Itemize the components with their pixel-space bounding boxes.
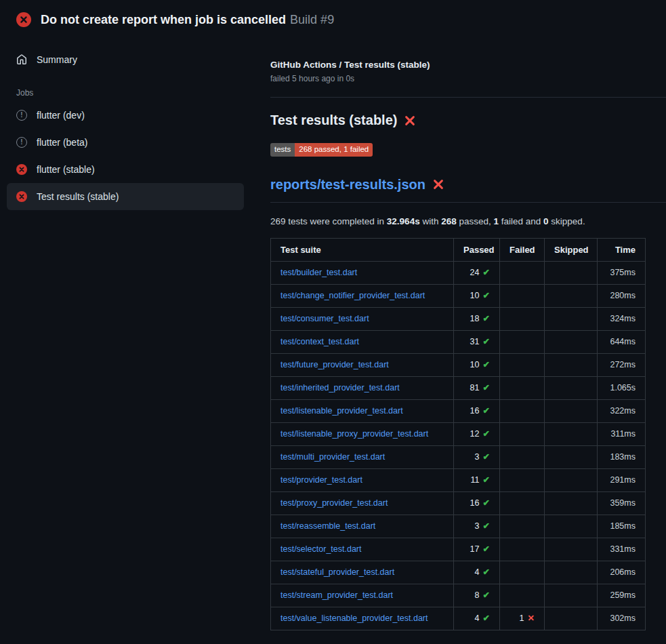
job-label: flutter (dev) [37,110,85,121]
test-suite-link[interactable]: test/selector_test.dart [280,544,362,554]
test-suite-link[interactable]: test/future_provider_test.dart [280,360,389,369]
green-check-icon: ✔ [483,452,490,462]
suite-time: 291ms [598,468,646,491]
failure-status-icon [16,12,31,27]
suite-time: 375ms [598,261,646,284]
test-table-head-row: Test suitePassedFailedSkippedTime [271,238,646,261]
suite-time: 324ms [598,307,646,330]
test-suite-link[interactable]: test/inherited_provider_test.dart [280,383,400,393]
badge-label: tests [270,143,295,157]
divider [270,202,666,203]
col-header-time: Time [598,238,646,261]
green-check-icon: ✔ [483,360,490,369]
green-check-icon: ✔ [483,590,490,600]
run-meta-text: failed 5 hours ago in 0s [270,74,666,83]
test-suite-link[interactable]: test/reassemble_test.dart [280,521,375,531]
col-header-test-suite: Test suite [271,238,454,261]
sidebar-item-summary[interactable]: Summary [7,46,244,73]
suite-time: 331ms [598,538,646,561]
sidebar-item-flutter-stable[interactable]: flutter (stable) [7,156,244,183]
test-suite-row: test/inherited_provider_test.dart81✔1.06… [271,376,646,399]
test-suite-link[interactable]: test/builder_test.dart [280,268,357,277]
jobs-list: !flutter (dev)!flutter (beta)flutter (st… [7,102,244,210]
test-suite-row: test/future_provider_test.dart10✔272ms [271,353,646,376]
green-check-icon: ✔ [483,383,490,393]
neutral-status-icon: ! [16,137,27,148]
suite-time: 1.065s [598,376,646,399]
failed-status-icon [16,164,27,175]
green-check-icon: ✔ [483,521,490,531]
green-check-icon: ✔ [483,475,490,485]
test-suite-link[interactable]: test/change_notifier_provider_test.dart [280,291,425,300]
sidebar-item-flutter-dev[interactable]: !flutter (dev) [7,102,244,129]
col-header-passed: Passed [454,238,500,261]
green-check-icon: ✔ [483,498,490,508]
test-suite-link[interactable]: test/listenable_proxy_provider_test.dart [280,429,428,439]
suite-time: 322ms [598,399,646,422]
test-suite-row: test/value_listenable_provider_test.dart… [271,607,646,630]
breadcrumb: GitHub Actions / Test results (stable) [270,60,666,70]
sidebar-item-test-results-stable[interactable]: Test results (stable) [7,183,244,210]
failed-x-icon [404,115,416,127]
test-results-table: Test suitePassedFailedSkippedTime test/b… [270,238,646,630]
test-suite-link[interactable]: test/stateful_provider_test.dart [280,567,394,577]
failed-x-icon [432,178,444,190]
job-label: flutter (beta) [37,137,87,148]
test-suite-link[interactable]: test/value_listenable_provider_test.dart [280,613,428,623]
suite-time: 644ms [598,330,646,353]
test-suite-row: test/stream_provider_test.dart8✔259ms [271,584,646,607]
test-suite-row: test/listenable_provider_test.dart16✔322… [271,399,646,422]
tests-status-badge: tests 268 passed, 1 failed [270,143,373,157]
test-suite-row: test/selector_test.dart17✔331ms [271,538,646,561]
check-title: Do not create report when job is cancell… [41,13,286,26]
failed-status-icon [16,191,27,202]
green-check-icon: ✔ [483,406,490,416]
red-x-icon: ✕ [528,613,535,623]
suite-time: 359ms [598,491,646,515]
sidebar: Summary Jobs !flutter (dev)!flutter (bet… [0,39,251,210]
suite-time: 259ms [598,584,646,607]
green-check-icon: ✔ [483,291,490,300]
test-suite-row: test/reassemble_test.dart3✔185ms [271,515,646,538]
neutral-status-icon: ! [16,110,27,121]
page-title: Do not create report when job is cancell… [41,13,334,27]
suite-time: 311ms [598,422,646,445]
col-header-failed: Failed [500,238,545,261]
home-icon [16,54,27,65]
sidebar-item-label: Summary [37,54,77,65]
test-suite-row: test/builder_test.dart24✔375ms [271,261,646,284]
main-content: GitHub Actions / Test results (stable) f… [251,39,666,630]
green-check-icon: ✔ [483,544,490,554]
suite-time: 206ms [598,561,646,584]
test-suite-row: test/provider_test.dart11✔291ms [271,468,646,491]
test-suite-link[interactable]: test/stream_provider_test.dart [280,590,393,600]
test-suite-link[interactable]: test/multi_provider_test.dart [280,452,385,462]
green-check-icon: ✔ [483,268,490,277]
test-table-body: test/builder_test.dart24✔375mstest/chang… [271,261,646,630]
test-suite-link[interactable]: test/context_test.dart [280,337,359,346]
green-check-icon: ✔ [483,613,490,623]
section-title: Test results (stable) [270,113,397,128]
test-suite-link[interactable]: test/provider_test.dart [280,475,362,485]
green-check-icon: ✔ [483,337,490,346]
test-suite-row: test/multi_provider_test.dart3✔183ms [271,445,646,468]
check-run-header: Do not create report when job is cancell… [0,0,666,39]
test-suite-link[interactable]: test/proxy_provider_test.dart [280,498,388,508]
test-suite-link[interactable]: test/consumer_test.dart [280,314,369,323]
test-suite-row: test/proxy_provider_test.dart16✔359ms [271,491,646,515]
report-file-link[interactable]: reports/test-results.json [270,177,425,193]
green-check-icon: ✔ [483,567,490,577]
sidebar-item-flutter-beta[interactable]: !flutter (beta) [7,129,244,156]
job-label: flutter (stable) [37,164,95,175]
badge-value: 268 passed, 1 failed [295,143,373,157]
test-suite-link[interactable]: test/listenable_provider_test.dart [280,406,403,416]
jobs-section-label: Jobs [16,88,234,98]
green-check-icon: ✔ [483,429,490,439]
test-suite-row: test/change_notifier_provider_test.dart1… [271,284,646,307]
test-suite-row: test/context_test.dart31✔644ms [271,330,646,353]
suite-time: 272ms [598,353,646,376]
suite-time: 183ms [598,445,646,468]
suite-time: 280ms [598,284,646,307]
test-suite-row: test/stateful_provider_test.dart4✔206ms [271,561,646,584]
build-number: Build #9 [290,13,334,26]
